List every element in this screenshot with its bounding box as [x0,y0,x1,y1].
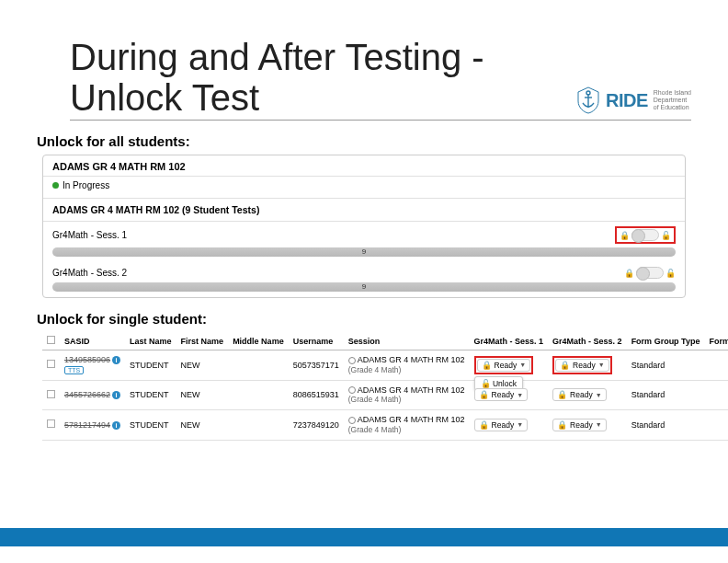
test-panel: ADAMS GR 4 MATH RM 102 In Progress ADAMS… [42,155,686,298]
col-checkbox [42,332,60,350]
lock-toggle[interactable] [631,229,659,241]
form-group-type: Standard [627,410,705,441]
col-first: First Name [176,332,229,350]
form [704,410,728,441]
col-username: Username [289,332,344,350]
checkbox-all[interactable] [47,336,55,344]
status-dropdown[interactable]: 🔒Ready▼ [477,359,531,372]
col-form-group: Form Group Type [627,332,705,350]
lock-icon: 🔒 [557,390,567,399]
lock-icon: 🔒 [624,269,634,278]
circle-icon [348,417,356,424]
col-form: Form [704,332,728,350]
last-name: STUDENT [125,350,176,381]
lock-icon: 🔒 [479,390,489,399]
student-table: SASID Last Name First Name Middle Name U… [42,332,728,441]
session-row: Gr4Math - Sess. 1🔒🔓 [43,222,685,246]
form [704,380,728,410]
info-icon[interactable]: i [112,391,120,399]
status-dropdown[interactable]: 🔒Ready▼ [552,388,607,401]
panel-subheader: ADAMS GR 4 MATH RM 102 (9 Student Tests) [43,198,685,222]
caret-down-icon: ▼ [596,421,602,428]
lock-icon: 🔒 [560,361,570,370]
caret-down-icon: ▼ [596,392,602,398]
sasid-text: 1349585906 [64,355,110,364]
sasid-text: 5781217494 [64,420,110,430]
info-icon[interactable]: i [112,356,120,364]
col-middle: Middle Name [228,332,289,350]
first-name: NEW [176,350,229,381]
session-cell: ADAMS GR 4 MATH RM 102(Grade 4 Math) [344,410,470,441]
form-group-type: Standard [627,380,705,410]
tts-badge: TTS [64,366,84,374]
sasid-text: 3455726662 [64,390,110,399]
progress-bar: 9 [52,282,676,292]
middle-name [228,350,289,381]
status-dropdown[interactable]: 🔒Ready▼ [552,419,607,431]
session-toggle-group: 🔒🔓 [624,267,676,279]
last-name: STUDENT [125,380,176,410]
anchor-shield-icon [576,86,600,114]
col-session: Session [344,332,470,350]
circle-icon [348,386,356,394]
panel-status: In Progress [43,177,685,198]
col-sess1: Gr4Math - Sess. 1 [470,332,549,350]
session-toggle-group: 🔒🔓 [615,226,676,244]
username: 8086515931 [289,380,344,410]
label-unlock-single: Unlock for single student: [37,311,691,327]
row-checkbox[interactable] [47,360,55,368]
progress-bar: 9 [52,247,676,257]
session-label: Gr4Math - Sess. 2 [52,268,617,278]
form [704,350,728,381]
lock-icon: 🔒 [620,231,630,240]
col-sess2: Gr4Math - Sess. 2 [548,332,627,350]
progress-dot-icon [52,182,59,189]
lock-icon: 🔒 [482,361,492,370]
session-row: Gr4Math - Sess. 2🔒🔓 [43,262,685,281]
ride-logo: RIDE Rhode Island Department of Educatio… [576,86,691,118]
row-checkbox[interactable] [47,390,55,398]
form-group-type: Standard [627,350,705,381]
row-checkbox[interactable] [47,419,55,428]
caret-down-icon: ▼ [519,362,526,368]
status-text: Ready [495,361,518,370]
username: 5057357171 [289,350,344,381]
unlock-icon: 🔓 [665,269,676,278]
middle-name [228,380,289,410]
circle-icon [348,357,356,364]
page-title: During and After Testing - Unlock Test [70,37,576,118]
username: 7237849120 [289,410,344,441]
caret-down-icon: ▼ [517,421,523,428]
status-text: Ready [573,361,596,370]
table-row: 5781217494iSTUDENTNEW7237849120ADAMS GR … [42,410,728,441]
status-dropdown[interactable]: 🔒Ready▼ [474,388,529,401]
col-last: Last Name [125,332,176,350]
highlight-box: 🔒Ready▼ [474,356,534,374]
footer-bar [0,528,728,546]
lock-icon: 🔒 [479,420,489,430]
table-row: 3455726662iSTUDENTNEW8086515931ADAMS GR … [42,380,728,410]
unlock-icon: 🔓 [661,231,671,240]
table-row: 1349585906iTTSSTUDENTNEW5057357171ADAMS … [42,350,728,381]
label-unlock-all: Unlock for all students: [37,133,691,149]
lock-icon: 🔒 [557,420,567,430]
last-name: STUDENT [125,410,176,441]
caret-down-icon: ▼ [598,362,605,368]
status-text: Ready [570,390,593,399]
first-name: NEW [176,380,229,410]
info-icon[interactable]: i [112,421,120,430]
caret-down-icon: ▼ [517,392,523,398]
first-name: NEW [176,410,229,441]
svg-point-1 [586,91,590,95]
status-text: Ready [492,420,515,430]
highlight-box: 🔒Ready▼ [552,356,612,374]
status-text: Ready [492,390,515,399]
ride-subtitle: Rhode Island Department of Education [654,89,691,110]
session-cell: ADAMS GR 4 MATH RM 102(Grade 4 Math) [344,350,470,381]
status-dropdown[interactable]: 🔒Ready▼ [555,359,609,372]
col-sasid: SASID [60,332,125,350]
lock-toggle[interactable] [636,267,664,279]
panel-header: ADAMS GR 4 MATH RM 102 [43,155,685,177]
status-text: In Progress [63,180,109,190]
status-dropdown[interactable]: 🔒Ready▼ [474,419,529,431]
